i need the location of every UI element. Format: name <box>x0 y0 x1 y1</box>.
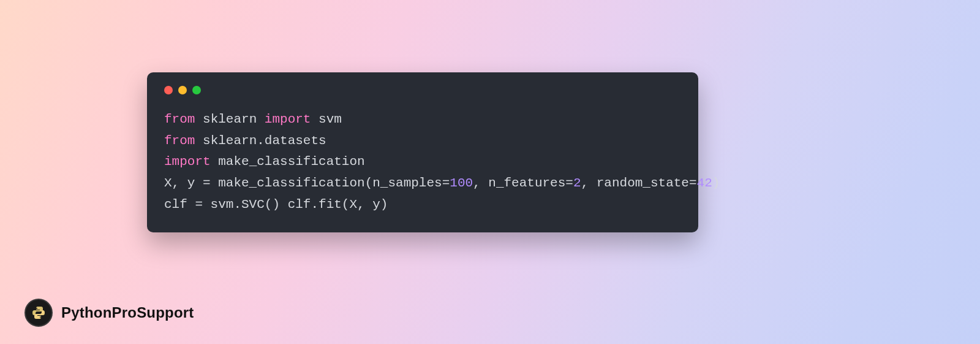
number-literal: 100 <box>450 176 473 190</box>
number-literal: 42 <box>697 176 712 190</box>
keyword-from: from <box>164 134 195 148</box>
code-line-2: from sklearn.datasets <box>164 134 326 148</box>
number-literal: 2 <box>573 176 581 190</box>
code-block: from sklearn import svm from sklearn.dat… <box>164 109 681 215</box>
brand-name: PythonProSupport <box>61 304 194 321</box>
window-traffic-lights <box>164 86 681 94</box>
code-window: from sklearn import svm from sklearn.dat… <box>147 72 698 232</box>
brand-logo <box>24 299 53 327</box>
code-line-4: X, y = make_classification(n_samples=100… <box>164 176 720 190</box>
code-line-3: import make_classification <box>164 155 365 169</box>
code-line-1: from sklearn import svm <box>164 112 342 126</box>
code-line-5: clf = svm.SVC() clf.fit(X, y) <box>164 197 388 212</box>
maximize-icon <box>192 86 201 94</box>
close-icon <box>164 86 173 94</box>
keyword-import: import <box>164 155 211 169</box>
keyword-from: from <box>164 112 195 126</box>
keyword-import: import <box>265 112 311 126</box>
footer: PythonProSupport <box>24 299 194 327</box>
python-icon <box>31 305 46 320</box>
minimize-icon <box>178 86 187 94</box>
